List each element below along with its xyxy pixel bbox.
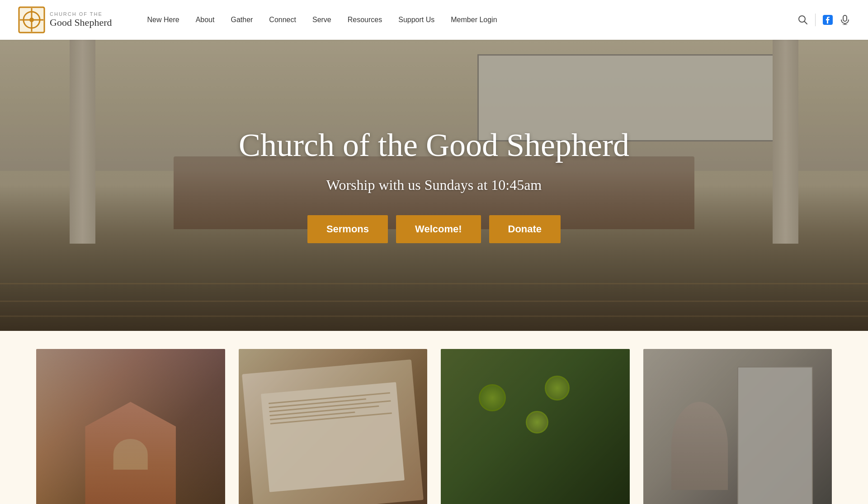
- cards-section: [0, 331, 868, 504]
- logo-text: CHURCH OF THE Good Shepherd: [50, 11, 112, 28]
- nav-item-new-here[interactable]: New Here: [139, 0, 187, 40]
- header-icons: [798, 14, 850, 26]
- sermons-button[interactable]: Sermons: [307, 215, 388, 243]
- hero-subtitle: Worship with us Sundays at 10:45am: [239, 177, 629, 193]
- card-food-image: [441, 349, 630, 504]
- nav-item-gather[interactable]: Gather: [222, 0, 261, 40]
- hero-title: Church of the Good Shepherd: [239, 127, 629, 163]
- search-icon: [798, 15, 808, 25]
- microphone-button[interactable]: [840, 15, 850, 25]
- microphone-icon: [840, 15, 850, 25]
- site-header: CHURCH OF THE Good Shepherd New Here Abo…: [0, 0, 868, 40]
- welcome-button[interactable]: Welcome!: [396, 215, 481, 243]
- svg-line-7: [804, 21, 807, 24]
- donate-button[interactable]: Donate: [489, 215, 561, 243]
- nav-item-connect[interactable]: Connect: [261, 0, 304, 40]
- logo-link[interactable]: CHURCH OF THE Good Shepherd: [18, 6, 112, 33]
- logo-icon: [18, 6, 45, 33]
- logo-subtitle: CHURCH OF THE: [50, 11, 112, 17]
- nav-item-member-login[interactable]: Member Login: [443, 0, 505, 40]
- facebook-icon: [823, 15, 833, 25]
- svg-point-5: [29, 18, 34, 22]
- card-bible[interactable]: [239, 349, 428, 504]
- card-bible-image: [239, 349, 428, 504]
- card-class-image: [643, 349, 832, 504]
- logo-title: Good Shepherd: [50, 17, 112, 28]
- nav-item-about[interactable]: About: [188, 0, 223, 40]
- nav-item-support-us[interactable]: Support Us: [390, 0, 443, 40]
- card-building[interactable]: [36, 349, 225, 504]
- header-divider: [815, 14, 816, 26]
- hero-content: Church of the Good Shepherd Worship with…: [230, 127, 638, 243]
- card-class[interactable]: [643, 349, 832, 504]
- hero-section: Church of the Good Shepherd Worship with…: [0, 40, 868, 331]
- nav-item-serve[interactable]: Serve: [304, 0, 340, 40]
- search-button[interactable]: [798, 15, 808, 25]
- nav-item-resources[interactable]: Resources: [340, 0, 390, 40]
- main-nav: New Here About Gather Connect Serve Reso…: [139, 0, 798, 40]
- hero-buttons: Sermons Welcome! Donate: [239, 215, 629, 243]
- card-building-image: [36, 349, 225, 504]
- card-food[interactable]: [441, 349, 630, 504]
- svg-rect-9: [843, 15, 847, 21]
- facebook-button[interactable]: [823, 15, 833, 25]
